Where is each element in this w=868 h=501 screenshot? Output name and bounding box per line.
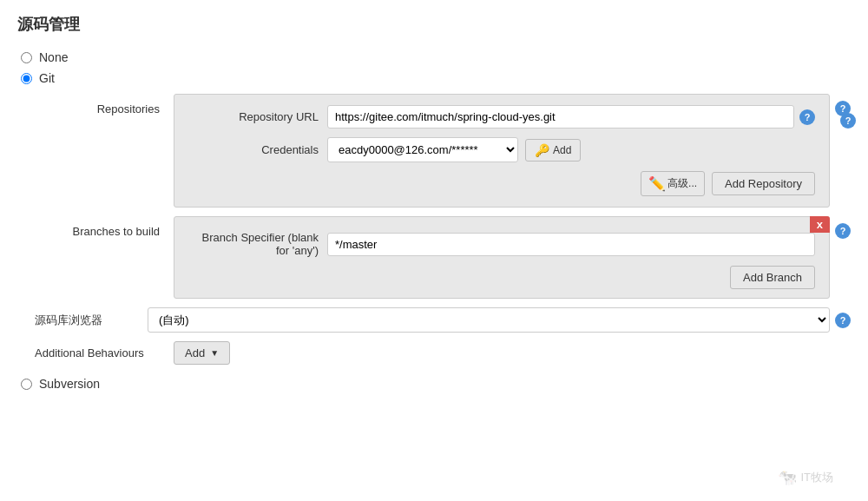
advanced-button[interactable]: ✏️ 高级... xyxy=(641,171,705,196)
subversion-label[interactable]: Subversion xyxy=(39,377,100,391)
none-label[interactable]: None xyxy=(39,50,68,64)
watermark: 🐄 IT牧场 xyxy=(778,468,833,487)
dropdown-arrow-icon: ▼ xyxy=(210,348,219,358)
branches-section: Branches to build x Branch Specifier (bl… xyxy=(35,216,851,299)
repo-url-input[interactable] xyxy=(327,105,794,129)
git-radio[interactable] xyxy=(21,73,32,84)
branches-content: x Branch Specifier (blank for 'any') Add… xyxy=(174,216,830,299)
repositories-label: Repositories xyxy=(35,94,174,115)
browser-select[interactable]: (自动) xyxy=(148,307,830,333)
watermark-text: IT牧场 xyxy=(800,470,833,485)
repo-actions-row: ✏️ 高级... Add Repository xyxy=(188,171,815,196)
git-option-row: Git xyxy=(17,71,851,85)
behaviours-add-button[interactable]: Add ▼ xyxy=(174,341,230,365)
repositories-content: Repository URL ? Credentials eacdy0000@1… xyxy=(174,94,830,208)
pencil-icon: ✏️ xyxy=(648,175,666,192)
page-title: 源码管理 xyxy=(17,14,851,35)
credentials-select[interactable]: eacdy0000@126.com/****** xyxy=(327,137,518,162)
add-repository-button[interactable]: Add Repository xyxy=(712,172,815,195)
behaviours-controls: Add ▼ xyxy=(174,341,230,365)
remove-branch-button[interactable]: x xyxy=(810,216,830,233)
credentials-add-label: Add xyxy=(553,144,571,156)
credentials-add-button[interactable]: 🔑 Add xyxy=(525,139,581,162)
watermark-icon: 🐄 xyxy=(778,468,797,487)
browser-section-label: 源码库浏览器 xyxy=(35,313,148,328)
credentials-row: Credentials eacdy0000@126.com/****** 🔑 A… xyxy=(188,137,815,162)
repositories-section: Repositories Repository URL ? Credential… xyxy=(35,94,851,208)
browser-section: 源码库浏览器 (自动) ? xyxy=(35,307,851,333)
credentials-label: Credentials xyxy=(188,143,327,156)
repo-url-help-icon[interactable]: ? xyxy=(799,109,815,125)
behaviours-section: Additional Behaviours Add ▼ xyxy=(35,341,851,365)
subversion-option-row: Subversion xyxy=(17,377,851,391)
key-icon: 🔑 xyxy=(535,143,549,157)
branch-specifier-label: Branch Specifier (blank for 'any') xyxy=(188,231,327,257)
browser-help-icon[interactable]: ? xyxy=(835,313,851,328)
repo-url-row: Repository URL ? xyxy=(188,105,815,129)
branch-specifier-row: Branch Specifier (blank for 'any') xyxy=(188,231,815,257)
branches-label: Branches to build xyxy=(35,216,174,238)
advanced-label: 高级... xyxy=(667,176,697,191)
none-option-row: None xyxy=(17,50,851,64)
credentials-controls: eacdy0000@126.com/****** 🔑 Add xyxy=(327,137,581,162)
none-radio[interactable] xyxy=(21,52,32,63)
behaviours-label: Additional Behaviours xyxy=(35,346,174,359)
branches-help-icon[interactable]: ? xyxy=(835,223,851,239)
branches-actions-row: Add Branch xyxy=(188,266,815,289)
branch-specifier-input[interactable] xyxy=(327,233,815,256)
page-container: 源码管理 None Git Repositories Repository UR… xyxy=(0,0,868,501)
global-help-icon[interactable]: ? xyxy=(840,113,856,129)
add-branch-button[interactable]: Add Branch xyxy=(730,266,815,289)
behaviours-add-label: Add xyxy=(185,346,205,359)
repo-url-label: Repository URL xyxy=(188,110,327,123)
subversion-radio[interactable] xyxy=(21,379,32,390)
git-label[interactable]: Git xyxy=(39,71,55,85)
